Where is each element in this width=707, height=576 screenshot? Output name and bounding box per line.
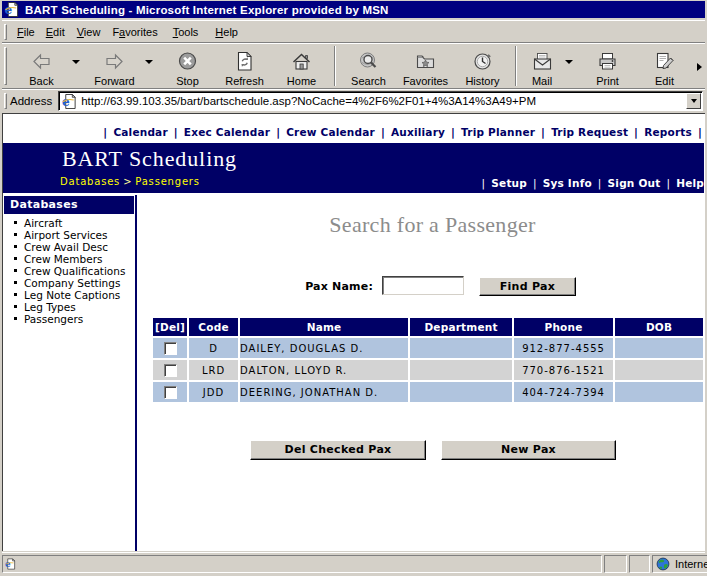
code-cell: JDD xyxy=(189,382,238,402)
pax-name-input[interactable] xyxy=(382,276,464,295)
toolbar-icon xyxy=(472,51,493,72)
address-dropdown-button[interactable] xyxy=(686,93,701,109)
address-url[interactable]: http://63.99.103.35/bart/bartschedule.as… xyxy=(81,95,686,107)
toolbar-button[interactable]: Stop xyxy=(159,45,216,87)
sidebar-title: Databases xyxy=(4,196,134,214)
header-pipe: | xyxy=(533,177,537,189)
nav-pipe: | xyxy=(634,126,638,138)
phone-cell: 912-877-4555 xyxy=(514,338,613,358)
name-cell: DALTON, LLOYD R. xyxy=(240,360,408,380)
top-nav-link[interactable]: Crew Calendar xyxy=(286,126,375,138)
department-cell xyxy=(410,382,512,402)
menu-item[interactable]: View xyxy=(77,24,101,40)
down-arrow-icon xyxy=(691,99,697,103)
phone-cell: 770-876-1521 xyxy=(514,360,613,380)
page-title: Search for a Passenger xyxy=(137,212,705,238)
top-nav-link[interactable]: Auxiliary xyxy=(391,126,445,138)
more-buttons-chevron-icon[interactable] xyxy=(697,63,702,71)
department-cell xyxy=(410,338,512,358)
nav-pipe: | xyxy=(174,126,178,138)
toolbar-grip[interactable] xyxy=(4,47,7,85)
table-row: LRD DALTON, LLOYD R. 770-876-1521 xyxy=(153,360,703,380)
header-pipe: | xyxy=(482,177,486,189)
action-buttons: Del Checked Pax New Pax xyxy=(137,440,705,462)
phone-cell: 404-724-7394 xyxy=(514,382,613,402)
address-bar: Address http://63.99.103.35/bart/bartsch… xyxy=(2,88,705,113)
column-header: DOB xyxy=(615,318,703,336)
ie-app-icon xyxy=(4,2,20,17)
sidebar-item[interactable]: Crew Avail Desc xyxy=(4,241,134,253)
toolbar-button[interactable]: Home xyxy=(273,45,330,87)
row-checkbox[interactable] xyxy=(164,364,177,377)
toolbar-icon xyxy=(415,51,436,72)
table-row: JDD DEERING, JONATHAN D. 404-724-7394 xyxy=(153,382,703,402)
sidebar: Databases Aircraft Airport Services Crew… xyxy=(4,196,134,325)
sidebar-item[interactable]: Aircraft xyxy=(4,217,134,229)
row-checkbox[interactable] xyxy=(164,386,177,399)
menu-item[interactable]: Favorites xyxy=(112,24,157,40)
browser-window: BART Scheduling - Microsoft Internet Exp… xyxy=(0,0,707,576)
toolbar-button[interactable]: Edit xyxy=(636,45,693,87)
sidebar-item[interactable]: Crew Members xyxy=(4,253,134,265)
toolbar-button[interactable]: History xyxy=(454,45,511,87)
toolbar-button[interactable]: Favorites xyxy=(397,45,454,87)
top-nav-link[interactable]: Exec Calendar xyxy=(184,126,270,138)
toolbar-button[interactable]: Search xyxy=(340,45,397,87)
nav-pipe: | xyxy=(451,126,455,138)
address-input[interactable]: http://63.99.103.35/bart/bartschedule.as… xyxy=(58,91,703,111)
dropdown-chevron-icon[interactable] xyxy=(565,60,573,64)
header-pipe: | xyxy=(598,177,602,189)
header-link[interactable]: Help xyxy=(676,177,704,189)
dropdown-chevron-icon[interactable] xyxy=(72,60,80,64)
top-nav-link[interactable]: Trip Planner xyxy=(461,126,535,138)
dob-cell xyxy=(615,338,703,358)
dropdown-chevron-icon[interactable] xyxy=(145,60,153,64)
header-pipe: | xyxy=(666,177,670,189)
new-pax-button[interactable]: New Pax xyxy=(441,440,616,460)
toolbar-button[interactable]: Forward xyxy=(86,45,143,87)
toolbar-icon xyxy=(597,51,618,72)
nav-pipe: | xyxy=(276,126,280,138)
breadcrumb-separator: > xyxy=(123,176,132,187)
toolbar-icon xyxy=(31,51,52,72)
sidebar-item[interactable]: Company Settings xyxy=(4,277,134,289)
top-nav-links: Calendar | Exec Calendar | Crew Calendar… xyxy=(113,126,702,138)
sidebar-item[interactable]: Leg Note Captions xyxy=(4,289,134,301)
column-header: Phone xyxy=(514,318,613,336)
sidebar-item[interactable]: Airport Services xyxy=(4,229,134,241)
breadcrumb-section[interactable]: Databases xyxy=(60,176,120,187)
toolbar-button[interactable]: Mail xyxy=(521,45,563,87)
del-cell xyxy=(153,338,187,358)
code-cell: D xyxy=(189,338,238,358)
toolbar-button[interactable]: Print xyxy=(579,45,636,87)
top-nav-link[interactable]: Calendar xyxy=(113,126,167,138)
toolbar-button[interactable]: Refresh xyxy=(216,45,273,87)
nav-pipe: | xyxy=(381,126,385,138)
header-link[interactable]: Sys Info xyxy=(543,177,592,189)
menu-bar: File Edit View Favorites Tools Help xyxy=(2,20,705,42)
toolbar-icon xyxy=(358,51,379,72)
address-grip[interactable] xyxy=(4,93,7,109)
menu-item[interactable]: Edit xyxy=(46,24,65,40)
toolbar-icon xyxy=(532,51,553,72)
row-checkbox[interactable] xyxy=(164,342,177,355)
header-link[interactable]: Setup xyxy=(491,177,527,189)
sidebar-item[interactable]: Leg Types xyxy=(4,301,134,313)
menu-item[interactable]: File xyxy=(17,24,35,40)
top-nav: | Calendar | Exec Calendar | Crew Calend… xyxy=(3,114,703,143)
address-label: Address xyxy=(10,95,52,107)
menu-item[interactable]: Help xyxy=(215,24,238,40)
sidebar-item[interactable]: Crew Qualifications xyxy=(4,265,134,277)
find-pax-button[interactable]: Find Pax xyxy=(479,277,576,296)
top-nav-link[interactable]: Reports xyxy=(644,126,692,138)
breadcrumb-current[interactable]: Passengers xyxy=(135,176,199,187)
zone-label: Internet xyxy=(675,558,707,570)
del-checked-pax-button[interactable]: Del Checked Pax xyxy=(250,440,426,460)
sidebar-item[interactable]: Passengers xyxy=(4,313,134,325)
toolbar-button[interactable]: Back xyxy=(13,45,70,87)
menu-item[interactable]: Tools xyxy=(173,24,199,40)
table-body: D DAILEY, DOUGLAS D. 912-877-4555 LRD DA… xyxy=(153,338,703,402)
header-link[interactable]: Sign Out xyxy=(608,177,661,189)
globe-icon xyxy=(656,557,670,571)
top-nav-link[interactable]: Trip Request xyxy=(551,126,628,138)
